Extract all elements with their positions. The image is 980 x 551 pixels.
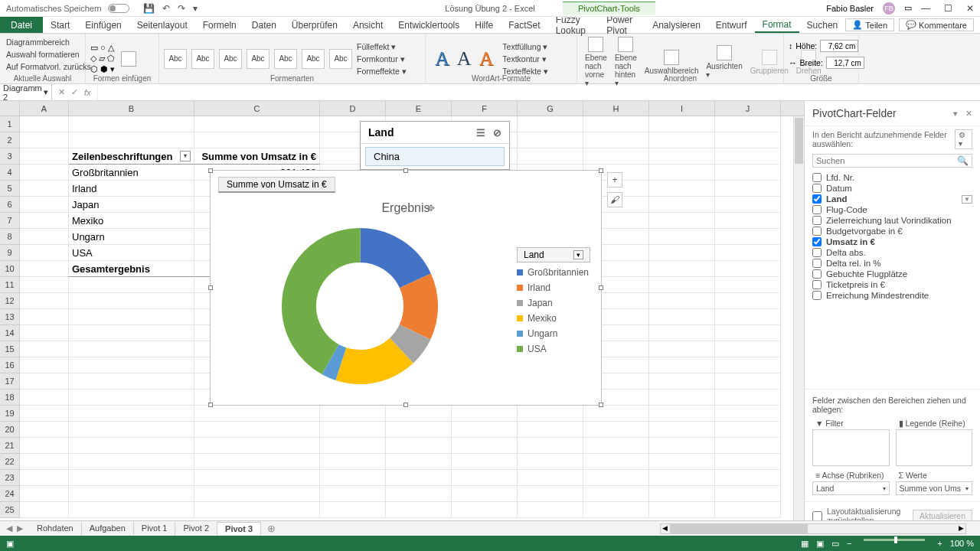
chart-area-selector[interactable]: Diagrammbereich (5, 37, 80, 47)
field-item[interactable]: Delta abs. (812, 247, 972, 258)
col-header[interactable]: H (583, 101, 649, 116)
cell[interactable]: Ungarn (69, 229, 194, 245)
cell[interactable] (452, 438, 518, 454)
cell[interactable]: Summe von Umsatz in € (194, 148, 320, 165)
legend-item[interactable]: Mexiko (517, 313, 590, 324)
cell[interactable] (649, 165, 715, 181)
cell[interactable] (69, 486, 194, 502)
worksheet[interactable]: ABCDEFGHIJ 123Zeilenbeschriftungen▾Summe… (0, 101, 804, 530)
tab-überprüfen[interactable]: Überprüfen (284, 17, 345, 33)
cell[interactable] (715, 261, 781, 277)
row-header[interactable]: 23 (0, 470, 20, 486)
cell[interactable] (20, 245, 69, 261)
cell[interactable] (649, 438, 715, 454)
cell[interactable] (518, 132, 583, 148)
cell[interactable] (386, 422, 452, 438)
cell[interactable] (20, 357, 69, 373)
field-item[interactable]: Datum (812, 183, 972, 194)
cell[interactable] (20, 148, 69, 165)
add-sheet-button[interactable]: ⊕ (261, 523, 282, 534)
cell[interactable] (518, 406, 583, 422)
maximize-icon[interactable]: ☐ (944, 3, 952, 14)
cell[interactable] (518, 502, 583, 518)
field-item[interactable]: Gebuchte Flugplätze (812, 269, 972, 279)
cell[interactable] (649, 277, 715, 293)
row-header[interactable]: 4 (0, 165, 20, 181)
sheet-tab[interactable]: Aufgaben (82, 522, 134, 535)
cell[interactable] (20, 438, 69, 454)
chart-title[interactable]: Ergebnis✥ (211, 201, 601, 215)
cell[interactable] (649, 406, 715, 422)
area-values-drop[interactable]: Summe von Umsatz in € ▾ (896, 481, 973, 495)
cell[interactable] (386, 406, 452, 422)
col-header[interactable]: I (649, 101, 715, 116)
cell[interactable] (194, 454, 320, 470)
cell[interactable] (715, 502, 781, 518)
row-header[interactable]: 13 (0, 309, 20, 325)
row-header[interactable]: 14 (0, 325, 20, 341)
cell[interactable] (583, 454, 649, 470)
cell[interactable]: Zeilenbeschriftungen▾ (69, 148, 194, 165)
tab-start[interactable]: Start (43, 17, 77, 33)
cell[interactable] (649, 293, 715, 309)
cell[interactable] (715, 293, 781, 309)
cell[interactable] (452, 502, 518, 518)
cell[interactable] (583, 116, 649, 132)
pane-options-icon[interactable]: ▾ (953, 109, 958, 119)
cell[interactable] (518, 116, 583, 132)
zoom-level[interactable]: 100 % (950, 539, 974, 549)
cell[interactable] (715, 181, 781, 197)
user-name[interactable]: Fabio Basler (826, 4, 874, 13)
cell[interactable] (386, 486, 452, 502)
cell[interactable] (20, 213, 69, 229)
cell[interactable] (20, 165, 69, 181)
cell[interactable] (20, 486, 69, 502)
sheet-tab[interactable]: Rohdaten (29, 522, 82, 535)
minimize-icon[interactable]: — (921, 3, 930, 14)
fx-icon[interactable]: fx (84, 88, 91, 97)
field-item[interactable]: Flug-Code (812, 204, 972, 215)
cell[interactable] (69, 325, 194, 341)
row-header[interactable]: 17 (0, 373, 20, 390)
row-header[interactable]: 21 (0, 438, 20, 454)
cell[interactable] (194, 116, 320, 132)
clear-filter-icon[interactable]: ⊘ (493, 127, 501, 139)
row-header[interactable]: 8 (0, 229, 20, 245)
row-header[interactable]: 3 (0, 148, 20, 165)
cell[interactable] (386, 470, 452, 486)
cell[interactable] (649, 502, 715, 518)
cell[interactable] (20, 502, 69, 518)
cell[interactable] (20, 261, 69, 277)
tab-file[interactable]: Datei (0, 17, 43, 33)
cell[interactable] (583, 438, 649, 454)
field-search-input[interactable] (816, 156, 957, 165)
row-header[interactable]: 12 (0, 293, 20, 309)
cell[interactable] (20, 116, 69, 132)
cell[interactable] (386, 438, 452, 454)
close-icon[interactable]: ✕ (966, 3, 974, 14)
cell[interactable] (715, 373, 781, 390)
cell[interactable] (69, 406, 194, 422)
cell[interactable] (649, 486, 715, 502)
cell[interactable] (583, 148, 649, 165)
cell[interactable] (69, 132, 194, 148)
text-fill[interactable]: Textfüllung ▾ (501, 41, 550, 52)
cell[interactable] (649, 245, 715, 261)
field-item[interactable]: Umsatz in € (812, 236, 972, 247)
chart-elements-button[interactable]: + (607, 172, 622, 187)
cell[interactable] (452, 470, 518, 486)
cell[interactable] (194, 486, 320, 502)
cell[interactable]: USA (69, 245, 194, 261)
cell[interactable] (69, 277, 194, 293)
row-header[interactable]: 9 (0, 245, 20, 261)
cell[interactable] (715, 357, 781, 373)
col-header[interactable]: G (518, 101, 583, 116)
col-header[interactable]: C (194, 101, 320, 116)
search-icon[interactable]: 🔍 (957, 155, 969, 166)
col-header[interactable]: B (69, 101, 194, 116)
shape-outline[interactable]: Formkontur ▾ (355, 54, 408, 64)
legend-field-button[interactable]: Land▾ (517, 247, 590, 262)
cell[interactable] (20, 325, 69, 341)
cell[interactable] (649, 181, 715, 197)
cell[interactable] (194, 502, 320, 518)
